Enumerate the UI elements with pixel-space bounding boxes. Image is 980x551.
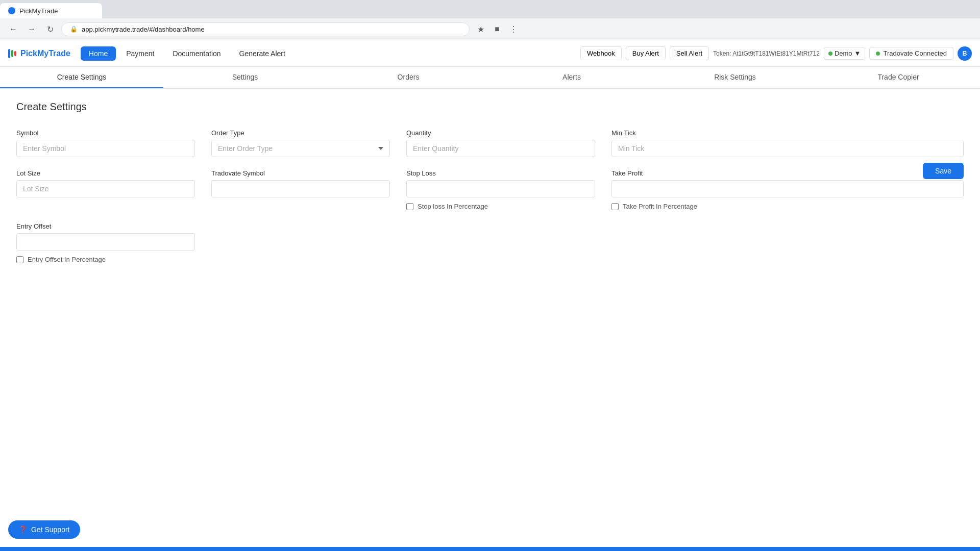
logo-bar-2 <box>11 50 13 57</box>
entry-offset-input[interactable]: 0 <box>16 233 195 251</box>
entry-offset-group: Entry Offset 0 Entry Offset In Percentag… <box>16 222 195 263</box>
connected-dot <box>876 52 880 56</box>
demo-label: Demo <box>835 49 852 57</box>
quantity-group: Quantity <box>406 129 595 157</box>
logo-bar-1 <box>8 49 10 58</box>
stop-loss-group: Stop Loss 0 Stop loss In Percentage <box>406 169 595 210</box>
sell-alert-button[interactable]: Sell Alert <box>670 46 709 60</box>
form-row-2: Lot Size Tradovate Symbol NQH2 Stop Loss… <box>16 169 964 210</box>
tradovate-symbol-input[interactable]: NQH2 <box>211 180 390 197</box>
subnav-alerts[interactable]: Alerts <box>490 67 653 88</box>
take-profit-label: Take Profit <box>611 169 964 177</box>
subnav-orders[interactable]: Orders <box>327 67 490 88</box>
footer-bar <box>0 547 980 551</box>
form-row-3: Entry Offset 0 Entry Offset In Percentag… <box>16 222 964 263</box>
tradovate-symbol-group: Tradovate Symbol NQH2 <box>211 169 390 197</box>
app-header: PickMyTrade Home Payment Documentation G… <box>0 40 980 67</box>
form-row-1: Symbol Order Type Enter Order Type Marke… <box>16 129 964 157</box>
demo-selector[interactable]: Demo ▼ <box>824 47 866 60</box>
browser-tab[interactable]: PickMyTrade <box>0 3 102 18</box>
logo-icon <box>8 49 16 58</box>
take-profit-pct-label: Take Profit In Percentage <box>623 203 697 210</box>
quantity-label: Quantity <box>406 129 595 137</box>
demo-status-dot <box>828 52 832 56</box>
order-type-group: Order Type Enter Order Type Market Limit… <box>211 129 390 157</box>
logo: PickMyTrade <box>8 49 70 58</box>
forward-button[interactable]: → <box>24 22 39 36</box>
nav-documentation[interactable]: Documentation <box>164 46 229 61</box>
entry-offset-pct-row: Entry Offset In Percentage <box>16 256 195 263</box>
quantity-input[interactable] <box>406 140 595 157</box>
support-label: Get Support <box>31 525 70 534</box>
take-profit-pct-checkbox[interactable] <box>611 203 619 210</box>
logo-text: PickMyTrade <box>20 49 70 58</box>
back-button[interactable]: ← <box>6 22 20 36</box>
tradovate-symbol-label: Tradovate Symbol <box>211 169 390 177</box>
min-tick-label: Min Tick <box>611 129 964 137</box>
min-tick-input[interactable] <box>611 140 964 157</box>
symbol-label: Symbol <box>16 129 195 137</box>
address-bar[interactable]: 🔒 app.pickmytrade.trade/#/dashboard/home <box>61 22 470 36</box>
support-icon: ❓ <box>18 525 27 534</box>
menu-button[interactable]: ⋮ <box>506 22 521 36</box>
lot-size-input[interactable] <box>16 180 195 197</box>
tab-bar: PickMyTrade <box>0 0 980 18</box>
symbol-input[interactable] <box>16 140 195 157</box>
subnav-trade-copier[interactable]: Trade Copier <box>817 67 980 88</box>
lot-size-group: Lot Size <box>16 169 195 197</box>
symbol-group: Symbol <box>16 129 195 157</box>
stop-loss-pct-checkbox[interactable] <box>406 203 413 210</box>
create-settings-form: Symbol Order Type Enter Order Type Marke… <box>16 129 964 263</box>
entry-offset-pct-checkbox[interactable] <box>16 256 23 263</box>
entry-offset-label: Entry Offset <box>16 222 195 230</box>
extensions-button[interactable]: ■ <box>490 22 504 36</box>
stop-loss-pct-label: Stop loss In Percentage <box>418 203 488 210</box>
nav-home[interactable]: Home <box>81 46 116 61</box>
logo-bar-3 <box>14 51 16 56</box>
address-text: app.pickmytrade.trade/#/dashboard/home <box>82 26 205 33</box>
browser-toolbar: ← → ↻ 🔒 app.pickmytrade.trade/#/dashboar… <box>0 18 980 40</box>
tab-title: PickMyTrade <box>19 7 58 15</box>
min-tick-group: Min Tick <box>611 129 964 157</box>
subnav-settings[interactable]: Settings <box>163 67 327 88</box>
lock-icon: 🔒 <box>70 26 78 33</box>
take-profit-group: Take Profit 0 Take Profit In Percentage <box>611 169 964 210</box>
sub-nav: Create Settings Settings Orders Alerts R… <box>0 67 980 89</box>
stop-loss-input[interactable]: 0 <box>406 180 595 197</box>
demo-chevron-icon: ▼ <box>854 49 861 57</box>
tab-favicon <box>8 7 15 14</box>
stop-loss-label: Stop Loss <box>406 169 595 177</box>
user-avatar[interactable]: B <box>958 46 972 61</box>
browser-chrome: PickMyTrade ← → ↻ 🔒 app.pickmytrade.trad… <box>0 0 980 40</box>
lot-size-label: Lot Size <box>16 169 195 177</box>
order-type-label: Order Type <box>211 129 390 137</box>
page-title: Create Settings <box>16 101 964 113</box>
connection-status: Tradovate Connected <box>869 47 953 60</box>
subnav-create-settings[interactable]: Create Settings <box>0 67 163 88</box>
nav-generate-alert[interactable]: Generate Alert <box>231 46 293 61</box>
save-button[interactable]: Save <box>923 163 964 179</box>
webhook-button[interactable]: Webhook <box>580 46 622 60</box>
buy-alert-button[interactable]: Buy Alert <box>626 46 666 60</box>
header-right: Webhook Buy Alert Sell Alert Token: At1t… <box>580 46 972 61</box>
main-content: Create Settings Save Symbol Order Type E… <box>0 89 980 276</box>
take-profit-pct-row: Take Profit In Percentage <box>611 203 964 210</box>
token-display: Token: At1tGt9tT181WtEt81Y1MtRt712 <box>713 50 820 57</box>
subnav-risk-settings[interactable]: Risk Settings <box>653 67 817 88</box>
take-profit-input[interactable]: 0 <box>611 180 964 197</box>
connected-label: Tradovate Connected <box>883 49 947 57</box>
get-support-button[interactable]: ❓ Get Support <box>8 520 80 539</box>
stop-loss-pct-row: Stop loss In Percentage <box>406 203 595 210</box>
main-nav: Home Payment Documentation Generate Aler… <box>81 46 293 61</box>
toolbar-actions: ★ ■ ⋮ <box>474 22 521 36</box>
bookmark-button[interactable]: ★ <box>474 22 488 36</box>
order-type-select[interactable]: Enter Order Type Market Limit Stop <box>211 140 390 157</box>
refresh-button[interactable]: ↻ <box>43 22 57 36</box>
nav-payment[interactable]: Payment <box>118 46 162 61</box>
entry-offset-pct-label: Entry Offset In Percentage <box>28 256 106 263</box>
